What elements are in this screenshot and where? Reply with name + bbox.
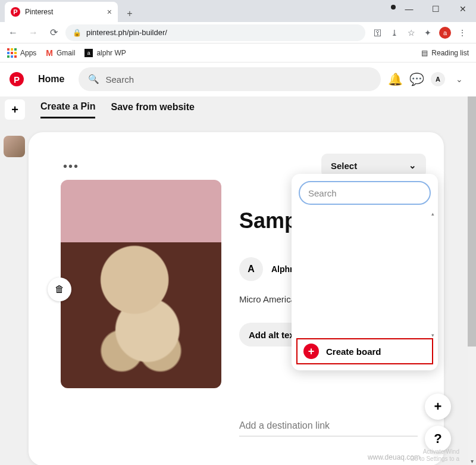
tab-title: Pinterest (25, 8, 53, 16)
window-controls: ― ☐ ✕ (396, 0, 476, 18)
select-label: Select (331, 161, 357, 171)
reading-list-button[interactable]: ▤ Reading list (421, 49, 469, 57)
home-button[interactable]: Home (31, 74, 71, 85)
address-bar-row: ← → ⟳ 🔒 pinterest.ph/pin-builder/ ⚿ ⤓ ☆ … (0, 22, 476, 43)
scroll-down-icon[interactable]: ▾ (468, 457, 476, 465)
pinterest-favicon: P (11, 7, 20, 17)
board-search-placeholder: Search (308, 188, 337, 198)
chevron-down-icon: ⌄ (409, 160, 416, 171)
browser-tab[interactable]: P Pinterest × (5, 2, 118, 22)
windows-activation-watermark: Activate Wind Go to Settings to a (410, 448, 459, 463)
add-pin-button[interactable]: + (5, 99, 25, 120)
plus-circle-icon: + (303, 344, 319, 359)
search-icon: 🔍 (88, 74, 99, 85)
create-board-label: Create board (326, 347, 381, 357)
reading-list-icon: ▤ (421, 49, 428, 57)
alphr-icon: a (84, 49, 93, 57)
board-search-input[interactable]: Search (299, 181, 431, 205)
gmail-bookmark[interactable]: M Gmail (46, 48, 75, 58)
maximize-button[interactable]: ☐ (422, 0, 449, 18)
notifications-icon[interactable]: 🔔 (388, 72, 402, 86)
destination-link-input[interactable]: Add a destination link (239, 420, 418, 436)
close-tab-icon[interactable]: × (107, 7, 112, 17)
dropdown-scrollbar[interactable] (432, 212, 437, 337)
extensions-icon[interactable]: ✦ (422, 27, 433, 38)
address-bar[interactable]: 🔒 pinterest.ph/pin-builder/ (65, 24, 365, 41)
gmail-icon: M (46, 48, 53, 58)
forward-button[interactable]: → (25, 24, 42, 41)
dog-photo (61, 180, 221, 388)
bookmarks-bar: Apps M Gmail a alphr WP ▤ Reading list (0, 43, 476, 63)
pinterest-avatar[interactable]: A (431, 72, 445, 86)
lock-icon: 🔒 (73, 29, 82, 37)
chrome-profile-avatar[interactable]: a (439, 27, 451, 39)
more-options-icon[interactable]: ••• (63, 160, 79, 173)
key-icon[interactable]: ⚿ (372, 27, 383, 38)
star-icon[interactable]: ☆ (406, 27, 416, 38)
page-scrollbar[interactable]: ▴ ▾ (468, 96, 476, 465)
pin-thumbnail[interactable] (4, 136, 25, 157)
install-icon[interactable]: ⤓ (389, 27, 400, 38)
builder-tab-row: + Create a Pin Save from website (0, 96, 468, 123)
pinterest-header: P Home 🔍 Search 🔔 💬 A ⌄ (0, 63, 476, 96)
reload-button[interactable]: ⟳ (45, 24, 62, 41)
trash-icon: 🗑 (55, 284, 64, 295)
scrollbar-thumb[interactable] (468, 96, 476, 347)
author-avatar[interactable]: A (239, 257, 263, 281)
board-dropdown-panel: Search + Create board (292, 174, 438, 370)
account-chevron-icon[interactable]: ⌄ (452, 72, 466, 86)
minimize-button[interactable]: ― (396, 0, 422, 18)
create-board-button[interactable]: + Create board (296, 338, 433, 364)
url-text: pinterest.ph/pin-builder/ (86, 28, 167, 37)
pinterest-logo[interactable]: P (10, 72, 24, 86)
new-tab-button[interactable]: + (121, 5, 138, 22)
search-placeholder: Search (105, 74, 134, 85)
back-button[interactable]: ← (5, 24, 21, 41)
messages-icon[interactable]: 💬 (409, 72, 424, 86)
tab-save-from-website[interactable]: Save from website (111, 102, 195, 117)
apps-icon (7, 48, 17, 58)
pinterest-search-bar[interactable]: 🔍 Search (79, 67, 381, 91)
toolbar-icons: ⚿ ⤓ ☆ ✦ a ⋮ (369, 27, 471, 39)
delete-image-button[interactable]: 🗑 (48, 277, 71, 301)
recording-indicator (391, 5, 396, 10)
fab-add-button[interactable]: + (425, 394, 451, 420)
close-window-button[interactable]: ✕ (449, 0, 476, 18)
alphr-bookmark[interactable]: a alphr WP (84, 49, 126, 57)
apps-bookmark[interactable]: Apps (7, 48, 36, 58)
pin-image[interactable] (61, 180, 221, 388)
tab-create-pin[interactable]: Create a Pin (40, 101, 95, 118)
chrome-menu-icon[interactable]: ⋮ (457, 27, 468, 38)
